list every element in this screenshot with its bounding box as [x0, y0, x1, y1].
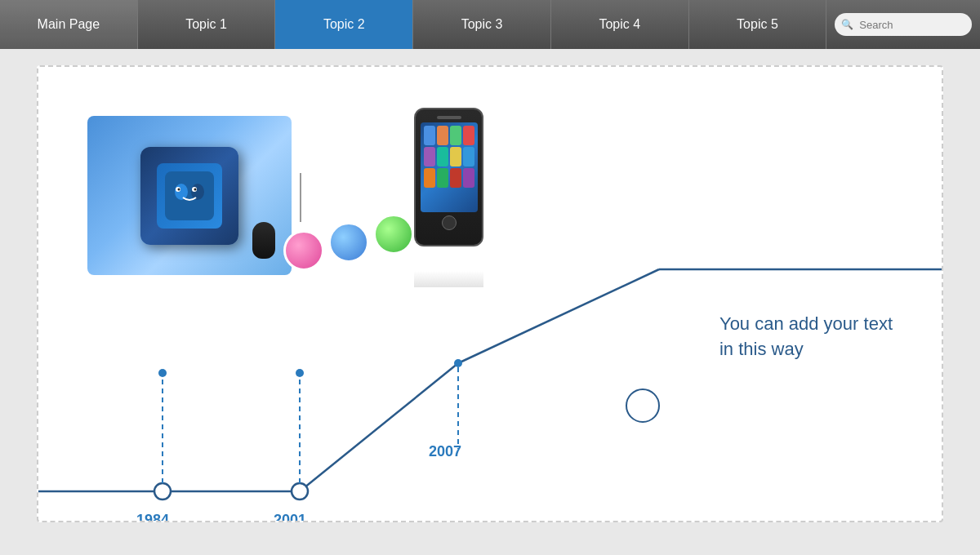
year-2001: 2001: [274, 512, 306, 522]
navigation-bar: Main Page Topic 1 Topic 2 Topic 3 Topic …: [0, 0, 980, 49]
main-content-area: 1984 2001 2007 You can add your text in …: [37, 65, 943, 522]
search-input[interactable]: [835, 13, 972, 36]
svg-point-12: [154, 483, 171, 500]
svg-line-10: [458, 269, 659, 363]
svg-line-9: [300, 363, 458, 491]
nav-topic-3[interactable]: Topic 3: [413, 0, 551, 49]
nav-topic-2[interactable]: Topic 2: [275, 0, 413, 49]
timeline-svg: [38, 67, 942, 521]
text-bubble: You can add your text in this way: [719, 312, 893, 362]
nav-topic-1[interactable]: Topic 1: [138, 0, 276, 49]
svg-point-20: [626, 389, 659, 422]
svg-point-15: [292, 483, 308, 500]
nav-topic-5[interactable]: Topic 5: [689, 0, 827, 49]
search-wrapper: [835, 13, 972, 36]
svg-point-18: [454, 359, 462, 367]
year-1984: 1984: [136, 512, 169, 522]
nav-main-page[interactable]: Main Page: [0, 0, 138, 49]
svg-point-17: [296, 369, 304, 377]
bubble-text-content: You can add your text in this way: [719, 312, 893, 362]
search-area[interactable]: [826, 0, 980, 49]
nav-topic-4[interactable]: Topic 4: [551, 0, 689, 49]
year-2007: 2007: [429, 443, 461, 460]
svg-point-14: [158, 369, 167, 377]
